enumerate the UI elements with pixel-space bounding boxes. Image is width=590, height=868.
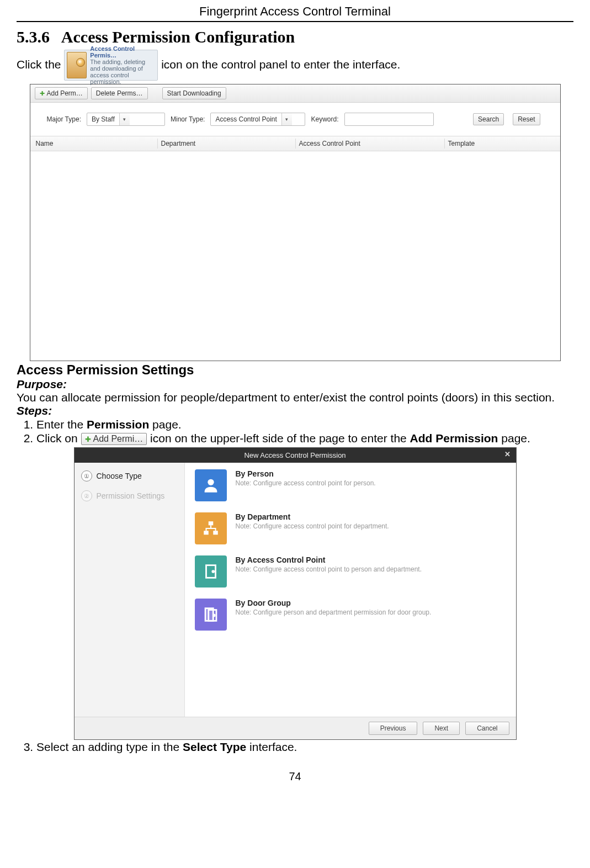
step-3: Select an adding type in the Select Type… <box>36 740 573 754</box>
door-lock-icon <box>67 52 87 78</box>
page-number: 74 <box>17 770 573 783</box>
intro-pre: Click the <box>17 58 64 71</box>
keyword-input[interactable] <box>344 113 434 126</box>
minor-type-combo[interactable]: Access Control Point ▾ <box>210 113 305 126</box>
dialog-body: ① Choose Type ② Permission Settings By P… <box>75 463 516 717</box>
table-header: Name Department Access Control Point Tem… <box>30 136 560 151</box>
cancel-button[interactable]: Cancel <box>465 722 509 735</box>
add-permi-inline-button-icon: Add Permi… <box>81 433 147 445</box>
col-access-control-point: Access Control Point <box>295 139 444 149</box>
col-department: Department <box>157 139 295 149</box>
tile-title: Access Control Permis… <box>90 45 135 59</box>
access-permission-tile-icon: Access Control Permis… The adding, delet… <box>64 50 158 81</box>
dialog-sidebar: ① Choose Type ② Permission Settings <box>75 463 185 717</box>
start-downloading-button[interactable]: Start Downloading <box>162 87 226 99</box>
dialog-footer: Previous Next Cancel <box>75 717 516 739</box>
close-icon[interactable]: ✕ <box>504 450 511 458</box>
option-by-person[interactable]: By Person Note: Configure access control… <box>195 469 506 501</box>
intro-post: icon on the control panel to enter the i… <box>161 58 400 71</box>
opt-person-note: Note: Configure access control point for… <box>236 479 376 487</box>
svg-rect-2 <box>204 531 209 535</box>
minor-type-value: Access Control Point <box>211 115 281 123</box>
option-by-door-group[interactable]: By Door Group Note: Configure person and… <box>195 599 506 631</box>
doc-header: Fingerprint Access Control Terminal <box>17 0 573 22</box>
step-choose-type[interactable]: ① Choose Type <box>81 470 178 481</box>
add-permission-button[interactable]: Add Perm… <box>35 87 88 99</box>
previous-button[interactable]: Previous <box>369 722 418 735</box>
step-2-label: Permission Settings <box>97 491 165 500</box>
section-number: 5.3.6 <box>17 28 50 46</box>
door-group-icon <box>195 599 227 631</box>
dialog-title-bar: New Access Control Permission ✕ <box>75 448 516 463</box>
opt-dept-note: Note: Configure access control point for… <box>236 522 389 530</box>
tile-text: Access Control Permis… The adding, delet… <box>90 45 155 86</box>
settings-heading: Access Permission Settings <box>17 362 573 378</box>
opt-dept-title: By Department <box>236 512 389 521</box>
svg-point-5 <box>212 571 214 573</box>
keyword-label: Keyword: <box>311 115 338 123</box>
department-icon <box>195 512 227 544</box>
step-1-circle-icon: ① <box>81 470 92 481</box>
person-icon <box>195 469 227 501</box>
option-by-department[interactable]: By Department Note: Configure access con… <box>195 512 506 544</box>
toolbar: Add Perm… Delete Perms… Start Downloadin… <box>30 84 560 103</box>
option-by-access-point[interactable]: By Access Control Point Note: Configure … <box>195 555 506 588</box>
svg-point-8 <box>213 615 215 616</box>
steps-list: Enter the Permission page. Click on Add … <box>17 418 573 445</box>
search-button[interactable]: Search <box>473 113 504 125</box>
steps-label: Steps: <box>17 404 573 417</box>
svg-rect-1 <box>208 522 213 526</box>
reset-button[interactable]: Reset <box>513 113 540 125</box>
step-permission-settings: ② Permission Settings <box>81 490 178 501</box>
svg-point-0 <box>208 479 214 485</box>
step-2: Click on Add Permi… icon on the upper-le… <box>36 432 573 445</box>
add-permission-dialog-screenshot: New Access Control Permission ✕ ① Choose… <box>74 447 517 740</box>
col-template: Template <box>444 139 560 149</box>
tile-desc: The adding, deleting and downloading of … <box>90 59 145 85</box>
major-type-label: Major Type: <box>47 115 81 123</box>
opt-group-note: Note: Configure person and department pe… <box>236 608 432 616</box>
purpose-label: Purpose: <box>17 378 573 391</box>
step-1-label: Choose Type <box>97 472 142 480</box>
intro-line: Click the Access Control Permis… The add… <box>17 50 573 81</box>
major-type-value: By Staff <box>87 115 119 123</box>
major-type-combo[interactable]: By Staff ▾ <box>87 113 165 126</box>
opt-person-title: By Person <box>236 469 376 478</box>
purpose-text: You can allocate permission for people/d… <box>17 391 573 404</box>
opt-ap-title: By Access Control Point <box>236 555 422 564</box>
chevron-down-icon[interactable]: ▾ <box>119 113 130 125</box>
chevron-down-icon[interactable]: ▾ <box>281 113 292 125</box>
dialog-title: New Access Control Permission <box>244 451 346 459</box>
filter-bar: Major Type: By Staff ▾ Minor Type: Acces… <box>30 103 560 136</box>
dialog-main: By Person Note: Configure access control… <box>185 463 516 717</box>
col-name: Name <box>36 139 157 149</box>
permission-interface-screenshot: Add Perm… Delete Perms… Start Downloadin… <box>30 84 561 361</box>
door-icon <box>195 555 227 588</box>
steps-list-cont: Select an adding type in the Select Type… <box>17 740 573 754</box>
next-button[interactable]: Next <box>423 722 460 735</box>
delete-permission-button[interactable]: Delete Perms… <box>91 87 148 99</box>
section-title: Access Permission Configuration <box>61 28 295 46</box>
opt-group-title: By Door Group <box>236 599 432 607</box>
step-1: Enter the Permission page. <box>36 418 573 431</box>
step-2-circle-icon: ② <box>81 490 92 501</box>
section-heading: 5.3.6 Access Permission Configuration <box>17 28 573 46</box>
minor-type-label: Minor Type: <box>171 115 205 123</box>
svg-rect-3 <box>213 531 218 535</box>
opt-ap-note: Note: Configure access control point to … <box>236 565 422 573</box>
